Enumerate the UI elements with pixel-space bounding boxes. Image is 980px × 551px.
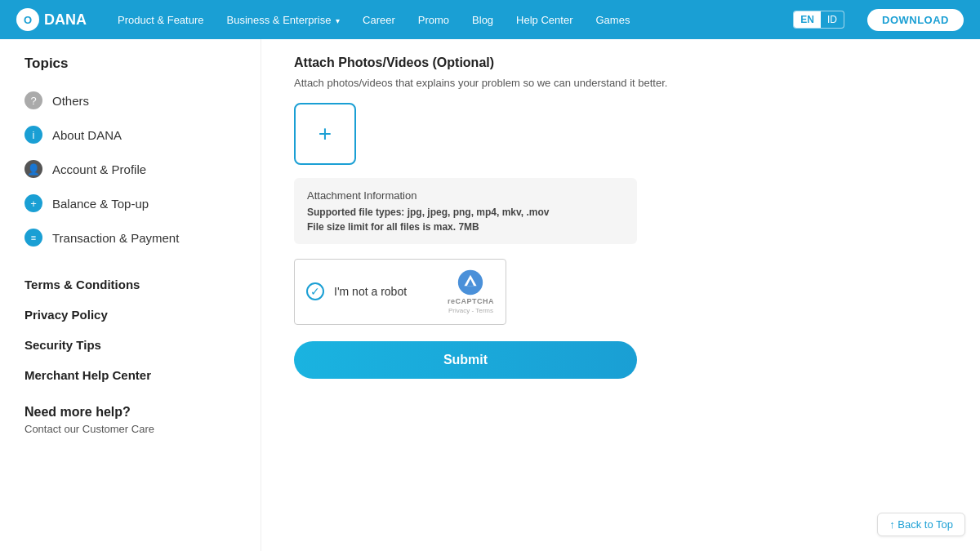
attachment-size: File size limit for all files is max. 7M… [307, 221, 624, 233]
sidebar-item-balance-topup[interactable]: + Balance & Top-up [24, 186, 236, 220]
main-layout: Topics ? Others i About DANA 👤 Account &… [0, 39, 980, 551]
sidebar-item-transaction-payment[interactable]: ≡ Transaction & Payment [24, 220, 236, 255]
sidebar-terms-conditions[interactable]: Terms & Conditions [24, 269, 236, 300]
attach-title: Attach Photos/Videos (Optional) [294, 56, 947, 70]
recaptcha-widget[interactable]: ✓ I'm not a robot reCAPTCHA Privacy - Te… [294, 259, 506, 325]
nav-help-center[interactable]: Help Center [516, 14, 572, 26]
need-more-help-section: Need more help? Contact our Customer Car… [24, 405, 236, 435]
attachment-size-value: 7MB [458, 221, 479, 233]
attachment-types: Supported file types: jpg, jpeg, png, mp… [307, 207, 624, 218]
need-more-help-title: Need more help? [24, 405, 236, 420]
need-more-help-subtitle: Contact our Customer Care [24, 423, 236, 435]
recaptcha-brand: reCAPTCHA [448, 297, 494, 305]
language-switcher[interactable]: EN ID [793, 11, 844, 29]
sidebar-item-account-profile[interactable]: 👤 Account & Profile [24, 152, 236, 186]
recaptcha-left: ✓ I'm not a robot [306, 282, 407, 300]
recaptcha-right: reCAPTCHA Privacy - Terms [448, 269, 494, 314]
logo-text: DANA [44, 11, 87, 29]
user-icon: 👤 [24, 160, 42, 178]
main-content: Attach Photos/Videos (Optional) Attach p… [261, 39, 980, 551]
sidebar-item-others[interactable]: ? Others [24, 83, 236, 118]
document-icon: ≡ [24, 229, 42, 247]
sidebar-merchant-help[interactable]: Merchant Help Center [24, 360, 236, 390]
logo[interactable]: O DANA [16, 8, 87, 31]
attachment-info-title: Attachment Information [307, 189, 624, 202]
lang-en[interactable]: EN [794, 11, 821, 28]
sidebar-security-tips[interactable]: Security Tips [24, 330, 236, 360]
sidebar-label-account-profile: Account & Profile [52, 162, 146, 176]
recaptcha-checkmark: ✓ [306, 282, 324, 300]
nav-business-enterprise[interactable]: Business & Enterprise ▾ [227, 14, 341, 26]
recaptcha-links: Privacy - Terms [448, 307, 493, 314]
topics-title: Topics [24, 56, 236, 72]
question-icon: ? [24, 91, 42, 109]
plus-icon: + [318, 122, 332, 145]
recaptcha-label: I'm not a robot [334, 285, 407, 298]
download-button[interactable]: DOWNLOAD [867, 9, 964, 31]
sidebar-label-others: Others [52, 94, 89, 108]
sidebar-privacy-policy[interactable]: Privacy Policy [24, 300, 236, 330]
sidebar-label-transaction-payment: Transaction & Payment [52, 231, 179, 245]
nav-blog[interactable]: Blog [472, 14, 493, 26]
chevron-down-icon: ▾ [336, 16, 340, 25]
lang-id[interactable]: ID [821, 11, 844, 28]
attach-desc: Attach photos/videos that explains your … [294, 75, 947, 91]
submit-button[interactable]: Submit [294, 341, 637, 379]
nav-games[interactable]: Games [595, 14, 630, 26]
navbar: O DANA Product & Feature Business & Ente… [0, 0, 980, 39]
upload-button[interactable]: + [294, 103, 356, 165]
info-icon: i [24, 126, 42, 144]
logo-circle: O [16, 8, 39, 31]
nav-career[interactable]: Career [363, 14, 395, 26]
sidebar: Topics ? Others i About DANA 👤 Account &… [0, 39, 261, 551]
back-to-top-button[interactable]: ↑ Back to Top [877, 513, 965, 536]
plus-circle-icon: + [24, 194, 42, 212]
recaptcha-logo-icon [457, 269, 483, 295]
attachment-info-box: Attachment Information Supported file ty… [294, 178, 637, 244]
sidebar-label-about-dana: About DANA [52, 128, 122, 142]
nav-product-feature[interactable]: Product & Feature [118, 14, 204, 26]
sidebar-item-about-dana[interactable]: i About DANA [24, 118, 236, 152]
nav-promo[interactable]: Promo [418, 14, 449, 26]
sidebar-label-balance-topup: Balance & Top-up [52, 197, 149, 211]
attachment-types-value: jpg, jpeg, png, mp4, mkv, .mov [408, 207, 550, 218]
